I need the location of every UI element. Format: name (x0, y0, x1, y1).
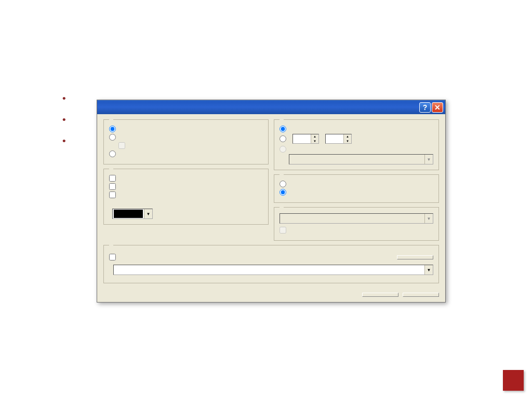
close-icon: ✕ (434, 103, 441, 112)
tips-button[interactable] (397, 255, 433, 259)
show-type-auto[interactable] (109, 150, 263, 157)
slide-bullet-1: • (56, 88, 66, 109)
monitors-output-combo: ▼ (280, 213, 433, 224)
slides-group: ▲▼ ▲▼ (274, 119, 439, 170)
ok-button[interactable] (362, 293, 398, 297)
monitors-group: ▼ (274, 207, 439, 241)
show-type-scrollbar-check (118, 142, 125, 149)
no-animation[interactable] (109, 191, 263, 198)
slides-to-input[interactable] (326, 134, 343, 143)
cancel-button[interactable] (403, 293, 439, 297)
chevron-down-icon: ▼ (424, 265, 433, 275)
slides-range-radio[interactable] (280, 135, 286, 142)
advance-timed-radio[interactable] (280, 189, 286, 196)
chevron-down-icon: ▼ (424, 155, 433, 164)
show-params-group: ▼ (103, 169, 269, 225)
close-button[interactable]: ✕ (432, 102, 443, 113)
slides-range[interactable]: ▲▼ ▲▼ (280, 134, 433, 144)
slides-all[interactable] (280, 126, 433, 132)
advance-group (274, 174, 439, 203)
settings-dialog: ? ✕ (97, 100, 446, 303)
resolution-combo[interactable]: ▼ (113, 265, 433, 275)
slides-from-input[interactable] (293, 134, 311, 143)
advance-timed[interactable] (280, 189, 433, 196)
slide-body: • • • (56, 88, 66, 152)
show-type-auto-radio[interactable] (109, 150, 116, 157)
loop-esc[interactable] (109, 175, 263, 182)
no-narration-check[interactable] (109, 183, 116, 190)
slides-custom-combo: ▼ (289, 154, 433, 164)
slides-to-spinner[interactable]: ▲▼ (325, 134, 352, 144)
hw-accel-check[interactable] (109, 254, 116, 260)
dialog-titlebar[interactable]: ? ✕ (97, 100, 445, 114)
footer-badge (503, 370, 524, 391)
slides-custom-radio (280, 146, 286, 153)
pen-color-picker[interactable]: ▼ (112, 209, 153, 219)
advance-manual-radio[interactable] (280, 181, 286, 187)
no-narration[interactable] (109, 183, 263, 190)
no-animation-check[interactable] (109, 191, 116, 198)
spin-up-icon[interactable]: ▲ (343, 134, 351, 139)
show-type-user-radio[interactable] (109, 134, 116, 141)
chevron-down-icon: ▼ (144, 209, 152, 218)
spin-down-icon[interactable]: ▼ (311, 139, 318, 144)
slide-bullet-2: • (56, 109, 66, 131)
hw-accel[interactable] (109, 254, 393, 260)
loop-esc-check[interactable] (109, 175, 116, 182)
pen-color-value (114, 210, 143, 218)
slides-from-spinner[interactable]: ▲▼ (292, 134, 319, 144)
presenter-view-check (280, 227, 286, 234)
spin-down-icon[interactable]: ▼ (343, 139, 351, 144)
show-type-presenter[interactable] (109, 126, 263, 132)
help-button[interactable]: ? (419, 102, 431, 113)
show-type-user[interactable] (109, 134, 263, 141)
help-icon: ? (423, 103, 428, 112)
chevron-down-icon: ▼ (424, 214, 433, 223)
show-type-group (103, 119, 269, 164)
show-type-presenter-radio[interactable] (109, 126, 116, 132)
show-type-scrollbar (118, 142, 263, 149)
advance-manual[interactable] (280, 181, 433, 187)
slide-bullet-3: • (56, 131, 66, 152)
slides-custom (280, 146, 433, 153)
spin-up-icon[interactable]: ▲ (311, 134, 318, 139)
slides-all-radio[interactable] (280, 126, 286, 132)
presenter-view (280, 227, 433, 234)
performance-group: ▼ (103, 245, 439, 283)
